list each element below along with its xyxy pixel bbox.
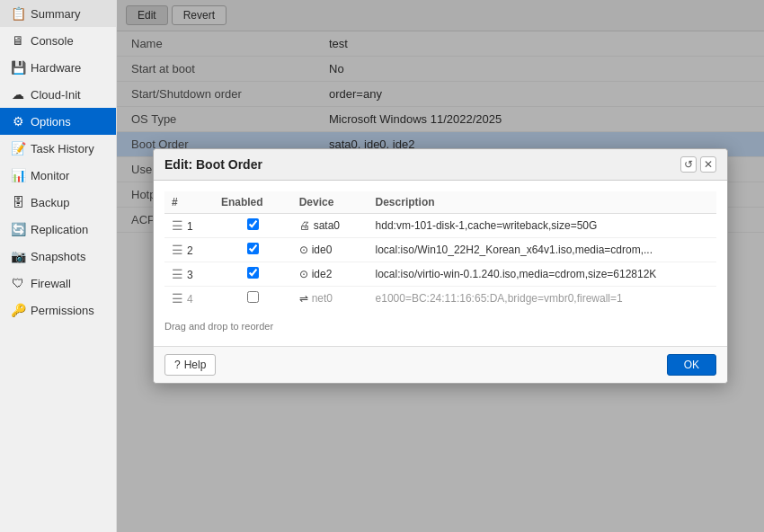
drag-hint: Drag and drop to reorder [164,317,716,335]
boot-row-enabled[interactable] [214,287,292,311]
drag-handle[interactable]: ☰ [172,218,183,233]
monitor-icon: 📊 [11,168,25,182]
cloud-init-icon: ☁ [11,87,25,102]
hardware-icon: 💾 [11,60,25,75]
modal-close-button[interactable]: ✕ [700,156,716,173]
sidebar-item-summary[interactable]: 📋 Summary [0,0,116,27]
boot-row-device: ⊙ide2 [292,262,369,287]
sidebar-item-options[interactable]: ⚙ Options [0,108,116,135]
boot-row-num: ☰1 [164,214,214,238]
help-button[interactable]: ? Help [164,354,216,376]
help-label: Help [184,359,207,371]
console-icon: 🖥 [11,33,25,48]
sidebar-label-hardware: Hardware [31,61,81,75]
firewall-icon: 🛡 [11,276,25,290]
boot-row-description: local:iso/virtio-win-0.1.240.iso,media=c… [369,262,716,287]
boot-row-description: e1000=BC:24:11:16:65:DA,bridge=vmbr0,fir… [369,287,716,311]
sidebar-item-monitor[interactable]: 📊 Monitor [0,162,116,189]
sidebar-label-backup: Backup [31,196,69,209]
boot-row-num: ☰3 [164,262,214,287]
sidebar-label-permissions: Permissions [31,304,94,317]
modal-reset-button[interactable]: ↺ [680,156,697,173]
options-icon: ⚙ [11,114,25,129]
col-num: # [164,191,214,214]
boot-row-enabled[interactable] [214,214,292,238]
sidebar-label-cloud-init: Cloud-Init [31,88,81,102]
sidebar-label-options: Options [31,115,71,129]
sidebar-item-backup[interactable]: 🗄 Backup [0,189,116,216]
boot-row-description: hdd:vm-101-disk-1,cache=writeback,size=5… [369,214,716,238]
snapshots-icon: 📷 [11,249,25,263]
sidebar: 📋 Summary🖥 Console💾 Hardware☁ Cloud-Init… [0,0,117,532]
ok-button[interactable]: OK [667,354,716,376]
device-type-icon: 🖨 [299,219,310,232]
sidebar-item-hardware[interactable]: 💾 Hardware [0,54,116,81]
drag-handle[interactable]: ☰ [172,243,183,257]
sidebar-label-replication: Replication [31,223,88,236]
boot-row-num: ☰2 [164,238,214,262]
backup-icon: 🗄 [11,195,25,209]
replication-icon: 🔄 [11,222,25,236]
device-type-icon: ⊙ [299,244,308,256]
sidebar-label-firewall: Firewall [31,277,71,290]
task-history-icon: 📝 [11,141,25,155]
sidebar-item-snapshots[interactable]: 📷 Snapshots [0,243,116,270]
sidebar-label-monitor: Monitor [31,169,69,182]
sidebar-item-firewall[interactable]: 🛡 Firewall [0,270,116,297]
permissions-icon: 🔑 [11,303,25,317]
boot-row-num: ☰4 [164,287,214,311]
modal-body: # Enabled Device Description ☰1 🖨sata0 h… [154,181,727,346]
main-content: Edit Revert Name testStart at boot NoSta… [117,0,764,532]
boot-row-device: 🖨sata0 [292,214,369,238]
enabled-checkbox[interactable] [247,267,259,279]
summary-icon: 📋 [11,6,25,21]
boot-row-device: ⇌net0 [292,287,369,311]
sidebar-label-console: Console [31,34,74,48]
boot-order-row: ☰3 ⊙ide2 local:iso/virtio-win-0.1.240.is… [164,262,716,287]
boot-order-row: ☰1 🖨sata0 hdd:vm-101-disk-1,cache=writeb… [164,214,716,238]
sidebar-item-cloud-init[interactable]: ☁ Cloud-Init [0,81,116,108]
device-type-icon: ⇌ [299,292,308,305]
modal-dialog: Edit: Boot Order ↺ ✕ # Enabled Device De… [153,148,728,384]
sidebar-item-replication[interactable]: 🔄 Replication [0,216,116,243]
sidebar-item-console[interactable]: 🖥 Console [0,27,116,54]
sidebar-label-snapshots: Snapshots [31,250,85,263]
col-enabled: Enabled [214,191,292,214]
help-icon: ? [174,359,181,371]
boot-row-device: ⊙ide0 [292,238,369,262]
modal-footer: ? Help OK [154,346,727,383]
enabled-checkbox[interactable] [247,243,259,254]
drag-handle[interactable]: ☰ [172,291,183,306]
boot-order-row: ☰4 ⇌net0 e1000=BC:24:11:16:65:DA,bridge=… [164,287,716,311]
device-type-icon: ⊙ [299,268,308,280]
enabled-checkbox[interactable] [247,218,259,230]
boot-row-enabled[interactable] [214,238,292,262]
modal-header-buttons: ↺ ✕ [680,156,716,173]
modal-header: Edit: Boot Order ↺ ✕ [154,149,727,181]
boot-order-row: ☰2 ⊙ide0 local:iso/Win10_22H2_Korean_x64… [164,238,716,262]
boot-row-enabled[interactable] [214,262,292,287]
enabled-checkbox[interactable] [247,291,259,303]
boot-order-table: # Enabled Device Description ☰1 🖨sata0 h… [164,191,716,310]
sidebar-label-summary: Summary [31,7,81,21]
sidebar-label-task-history: Task History [31,142,94,155]
sidebar-item-task-history[interactable]: 📝 Task History [0,135,116,162]
col-device: Device [292,191,369,214]
col-description: Description [369,191,716,214]
sidebar-item-permissions[interactable]: 🔑 Permissions [0,297,116,324]
drag-handle[interactable]: ☰ [172,267,183,281]
boot-row-description: local:iso/Win10_22H2_Korean_x64v1.iso,me… [369,238,716,262]
modal-title: Edit: Boot Order [164,157,262,172]
modal-overlay: Edit: Boot Order ↺ ✕ # Enabled Device De… [117,0,764,532]
